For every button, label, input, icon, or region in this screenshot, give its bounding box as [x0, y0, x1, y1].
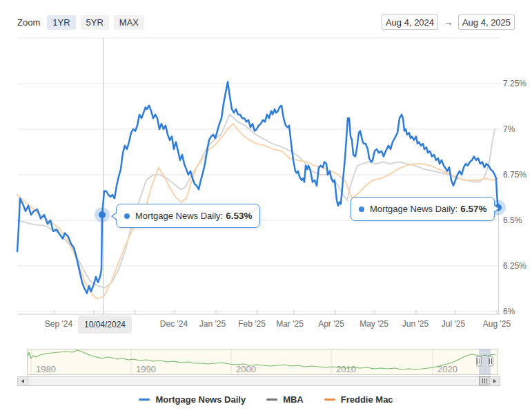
tooltip-mortgage-news-daily-1: Mortgage News Daily: 6.53% [116, 204, 260, 228]
legend-line-icon [139, 398, 150, 401]
series-line-mortgage-news-daily [17, 81, 498, 293]
x-axis-label: Dec '24 [160, 319, 188, 329]
legend-item-mba[interactable]: MBA [266, 394, 304, 405]
y-axis-label: 7.25% [503, 79, 526, 88]
legend-item-mortgage-news-daily[interactable]: Mortgage News Daily [139, 394, 246, 405]
navigator-year-label: 1990 [136, 364, 156, 374]
legend-line-icon [266, 398, 277, 401]
navigator-year-label: 2000 [236, 364, 256, 374]
date-to-input[interactable] [458, 15, 515, 30]
legend-line-icon [324, 398, 335, 401]
thumb-grip-icon [484, 378, 485, 383]
tooltip-value: 6.53% [226, 211, 252, 221]
navigator-handle-right[interactable] [489, 356, 493, 366]
zoom-button-max[interactable]: MAX [114, 15, 144, 30]
navigator-year-label: 1980 [36, 364, 56, 374]
legend-item-freddie-mac[interactable]: Freddie Mac [324, 394, 393, 405]
right-arrow-icon [493, 379, 496, 383]
toolbar: Zoom 1YR5YRMAX → [17, 14, 515, 30]
x-axis-label: Mar '25 [276, 319, 304, 329]
zoom-label: Zoom [17, 17, 40, 28]
legend-label: MBA [283, 394, 304, 405]
left-arrow-icon [21, 379, 24, 383]
legend-label: Freddie Mac [341, 394, 393, 405]
tooltip-series-dot-icon [359, 206, 364, 212]
x-axis-label: Jun '25 [402, 319, 429, 329]
scrollbar-right-button[interactable] [489, 377, 500, 385]
navigator-year-label: 2010 [336, 364, 356, 374]
tooltip-value: 6.57% [460, 204, 486, 214]
x-axis-label: Jul '25 [442, 319, 466, 329]
navigator-area[interactable] [28, 349, 498, 375]
zoom-button-1yr[interactable]: 1YR [47, 15, 75, 30]
tooltip-label: Mortgage News Daily: [370, 204, 457, 214]
tooltip-series-dot-icon [124, 213, 130, 219]
y-axis-label: 6.75% [503, 170, 526, 180]
zoom-button-5yr[interactable]: 5YR [81, 15, 109, 30]
date-range-arrow: → [444, 17, 453, 28]
tooltip-label: Mortgage News Daily: [135, 211, 223, 221]
x-axis-label: Sep '24 [45, 319, 73, 329]
y-axis-label: 7% [503, 124, 515, 134]
date-from-input[interactable] [382, 15, 438, 30]
x-axis-label: Apr '25 [318, 319, 344, 329]
y-axis-label: 6.25% [503, 261, 526, 271]
mortgage-rates-chart-app: 7.25%7%6.75%6.5%6.25%6%Sep '24Dec '24Jan… [0, 0, 532, 413]
zoom-range-buttons: 1YR5YRMAX [47, 15, 144, 30]
x-axis-label: Jan '25 [199, 319, 226, 329]
crosshair-date-label: 10/04/2024 [78, 316, 132, 334]
navigator-scrollbar[interactable] [17, 376, 500, 386]
x-axis-label: Feb '25 [238, 319, 266, 329]
legend-label: Mortgage News Daily [155, 394, 246, 405]
scrollbar-left-button[interactable] [18, 377, 28, 385]
marker-point [99, 211, 106, 218]
y-axis-label: 6% [503, 307, 515, 316]
x-axis-label: Aug '25 [483, 319, 511, 329]
tooltip-mortgage-news-daily-2: Mortgage News Daily: 6.57% [351, 197, 495, 221]
x-axis-label: May '25 [359, 319, 388, 329]
navigator-handle-left[interactable] [477, 356, 482, 366]
y-axis-label: 6.5% [503, 215, 522, 225]
chart-legend: Mortgage News DailyMBAFreddie Mac [0, 394, 532, 405]
